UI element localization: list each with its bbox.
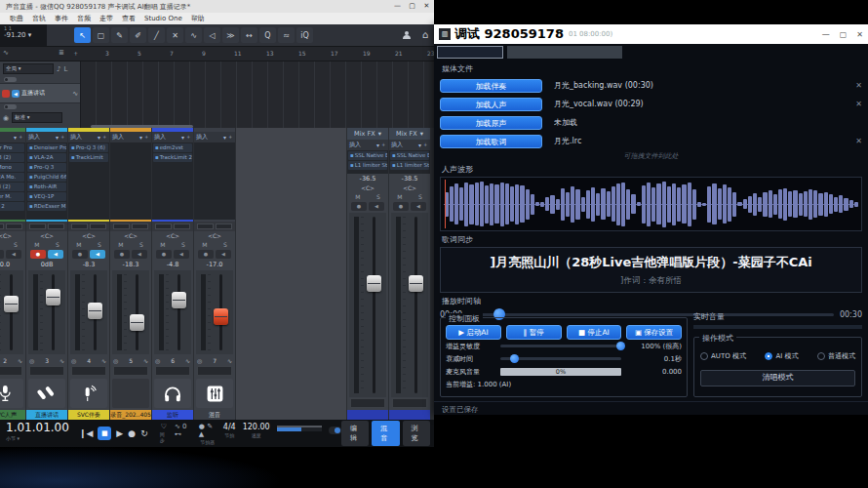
level-readout-value[interactable]: -91.20 ▾ <box>4 31 43 40</box>
scope-select[interactable]: 全局 ▾ <box>3 63 54 74</box>
channel-fader[interactable] <box>196 270 233 354</box>
plugin-enabled-icon[interactable]: ▪ <box>29 154 33 160</box>
mixfx-header[interactable]: Mix FX▾ <box>347 128 388 140</box>
zoom-tool[interactable]: Q <box>259 27 276 43</box>
inserts-list[interactable] <box>110 142 151 220</box>
chevron-down-icon[interactable]: ▾ <box>181 134 184 141</box>
insert-plugin[interactable]: ▪Denoiser Pro <box>27 143 66 152</box>
monitor-button[interactable]: ◀ <box>174 250 189 259</box>
mixfx-header[interactable]: Mix FX▾ <box>389 128 430 140</box>
chevron-down-icon[interactable]: ▾ <box>14 134 17 141</box>
pan-control[interactable]: <C> <box>26 231 67 241</box>
fader-cap[interactable] <box>4 296 19 312</box>
decay-time-slider[interactable] <box>500 357 621 360</box>
gain-slider-thumb[interactable] <box>616 342 625 350</box>
insert-plugin[interactable]: ▪edm2vst <box>153 143 192 152</box>
inserts-list[interactable]: ▪Denoiser Pro▪VLA-2A▪Pro-Q 3▪PuigChild 6… <box>26 142 67 220</box>
timeline-ruler[interactable]: ∿ ≣ ＋ 357911131517192123 <box>0 47 434 61</box>
plugin-enabled-icon[interactable]: ▪ <box>29 144 33 150</box>
menu-item[interactable]: 事件 <box>55 14 68 23</box>
insert-plugin[interactable]: ▪Roth-AIR <box>27 183 66 191</box>
browse-view-button[interactable]: 浏览 <box>403 421 430 446</box>
monitor-button[interactable]: ◀ <box>132 250 147 259</box>
fader-cap[interactable] <box>214 308 228 325</box>
insert-plugin[interactable]: ▪2 Mono <box>0 163 24 172</box>
inserts-header[interactable]: 插入▾＋ <box>152 132 193 142</box>
load-button[interactable]: 加载人声 <box>440 98 542 111</box>
automation-slot[interactable] <box>197 366 232 376</box>
inserts-list[interactable]: ▪Pro-Q 3 (6)▪TrackLimit <box>68 142 109 220</box>
load-button[interactable]: 加载原声 <box>440 116 542 130</box>
channel-fader[interactable] <box>391 213 428 397</box>
plus-icon[interactable]: ＋ <box>59 133 65 142</box>
fader-cap[interactable] <box>130 314 144 331</box>
chevron-down-icon[interactable]: ▾ <box>378 130 381 138</box>
monitor-button[interactable]: ◀ <box>90 250 105 259</box>
plugin-enabled-icon[interactable]: ▪ <box>71 154 75 160</box>
inserts-header[interactable]: 插入▾＋ <box>389 140 430 150</box>
menu-item[interactable]: Studio One <box>144 15 182 22</box>
fader-cap[interactable] <box>367 275 381 292</box>
monitor-button[interactable]: ◀ <box>369 202 384 211</box>
minimize-icon[interactable]: — <box>390 0 405 13</box>
menu-item[interactable]: 音轨 <box>32 14 46 23</box>
app-close-icon[interactable]: ✕ <box>856 30 863 39</box>
monitor-button[interactable]: ◀ <box>6 250 21 259</box>
stop-button[interactable]: ■ <box>98 427 111 440</box>
plugin-enabled-icon[interactable]: ▪ <box>29 183 33 189</box>
snap-icon[interactable]: ◉ <box>3 114 9 122</box>
automation-slot[interactable] <box>155 366 190 376</box>
insert-plugin[interactable]: ▪A-2A Mo. <box>0 173 24 182</box>
transport-toggle[interactable] <box>329 427 341 434</box>
menu-item[interactable]: 歌曲 <box>10 14 23 23</box>
channel-fader[interactable] <box>28 270 65 354</box>
time-signature[interactable]: 4/4 节拍 <box>223 423 236 438</box>
monitor-button[interactable]: ◀ <box>48 250 63 259</box>
mute-button[interactable]: ● <box>30 250 46 259</box>
marker-icon[interactable]: Ⅼ <box>63 65 67 73</box>
tab-1[interactable] <box>437 46 503 59</box>
edit-view-button[interactable]: 编辑 <box>341 421 369 446</box>
menu-item[interactable]: 帮助 <box>191 14 205 23</box>
headphones-icon[interactable] <box>154 379 191 408</box>
fader-cap[interactable] <box>46 289 60 305</box>
sends-slots[interactable] <box>68 222 109 231</box>
list-icon[interactable]: ≣ <box>59 49 64 57</box>
track-row[interactable]: ◀ 直播讲话 ∿ <box>0 83 80 103</box>
remove-file-icon[interactable]: ✕ <box>850 137 862 145</box>
fader-cap[interactable] <box>88 303 102 319</box>
pause-button[interactable]: ‖ 暂停 <box>506 325 562 340</box>
follow-tool[interactable]: ≫ <box>222 27 239 43</box>
play-button[interactable]: ▶ <box>116 427 123 440</box>
mix-view-button[interactable]: 混音 <box>372 421 399 446</box>
channel-fader[interactable] <box>0 270 23 354</box>
mic-icon[interactable] <box>0 379 23 408</box>
lane-toggle-2[interactable] <box>4 104 17 109</box>
insert-plugin[interactable]: ▪VEQ-1P <box>27 192 66 201</box>
plugin-enabled-icon[interactable]: ▪ <box>350 152 354 158</box>
automation-slot[interactable] <box>113 366 148 376</box>
mode-radio[interactable]: AUTO 模式 <box>700 351 746 361</box>
chevron-down-icon[interactable]: ▾ <box>56 134 59 141</box>
pan-control[interactable]: <C> <box>68 231 109 241</box>
plugin-enabled-icon[interactable]: ▪ <box>392 152 396 158</box>
pan-control[interactable]: <C> <box>389 183 430 193</box>
monitor-button[interactable]: ◀ <box>216 250 231 259</box>
plugin-enabled-icon[interactable]: ▪ <box>29 203 33 209</box>
inserts-header[interactable]: 插入▾＋ <box>68 132 109 142</box>
plus-icon[interactable]: ＋ <box>143 133 149 142</box>
pan-control[interactable]: <C> <box>110 231 151 241</box>
insert-plugin[interactable]: ▪RDeEsser M. <box>27 202 66 211</box>
plus-icon[interactable]: ＋ <box>227 133 233 142</box>
mute-button[interactable]: ● <box>156 250 172 259</box>
add-track-icon[interactable]: ＋ <box>72 49 79 59</box>
chevron-down-icon[interactable]: ▾ <box>139 134 142 141</box>
channel-fader[interactable] <box>70 270 107 354</box>
sends-slots[interactable] <box>0 222 25 231</box>
arrange-grid[interactable] <box>81 61 434 130</box>
radio-dot[interactable] <box>817 352 825 360</box>
plugin-enabled-icon[interactable]: ▪ <box>350 162 354 168</box>
lane-toggle[interactable] <box>4 77 17 82</box>
plus-icon[interactable]: ＋ <box>101 133 107 142</box>
mute-button[interactable]: ● <box>198 250 214 259</box>
